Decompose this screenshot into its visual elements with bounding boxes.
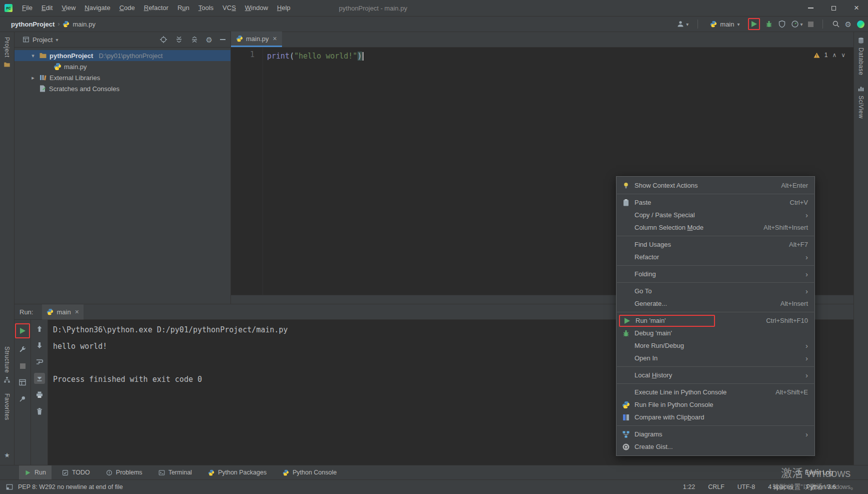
toolbar-tab-python-packages[interactable]: Python Packages [202,465,272,479]
toolbar-tab-problems[interactable]: Problems [100,465,148,479]
menu-tools[interactable]: Tools [194,0,218,16]
up-stack-trace-button[interactable] [34,323,45,334]
locate-file-button[interactable] [160,36,168,44]
menu-item-run-file-in-python-console[interactable]: Run File in Python Console [616,398,814,411]
close-tab-icon[interactable]: × [273,35,277,43]
print-console-button[interactable] [34,389,45,400]
toolbar-tab-run[interactable]: Run [19,465,52,479]
chevron-down-icon[interactable]: ▾ [56,37,58,43]
menu-code[interactable]: Code [115,0,140,16]
status-message[interactable]: PEP 8: W292 no newline at end of file [18,483,123,490]
toolwindow-switcher-icon[interactable] [6,483,13,490]
menu-item-column-selection-mode[interactable]: Column Selection Mode Alt+Shift+Insert [616,221,814,234]
expanded-arrow-icon[interactable]: ▾ [30,53,36,59]
line-separator-widget[interactable]: CRLF [708,483,724,490]
toolbar-tab-python-console[interactable]: Python Console [277,465,342,479]
scroll-to-end-button[interactable] [34,373,45,384]
inspections-widget[interactable]: 1 ∧ ∨ [814,52,846,59]
menu-item-refactor[interactable]: Refactor › [616,251,814,263]
stripe-sciview-button[interactable]: SciView [858,80,864,124]
menu-item-go-to[interactable]: Go To › [616,285,814,297]
menu-item-local-history[interactable]: Local History › [616,369,814,381]
collapsed-arrow-icon[interactable]: ▸ [30,75,36,81]
editor-tab-main-py[interactable]: main.py × [231,32,282,47]
menu-item-compare-with-clipboard[interactable]: Compare with Clipboard [616,411,814,423]
stop-process-button[interactable] [17,360,28,371]
stripe-favorites-button[interactable]: Favorites [4,388,10,425]
breadcrumb-file[interactable]: main.py [72,21,96,28]
breadcrumb-chevron-icon: › [58,21,60,28]
stripe-database-button[interactable]: Database [858,32,864,80]
menu-item-debug-main[interactable]: Debug 'main' [616,327,814,339]
clear-console-button[interactable] [34,406,45,417]
prev-problem-icon[interactable]: ∧ [832,52,836,59]
menu-item-copy-paste-special[interactable]: Copy / Paste Special › [616,209,814,221]
menu-item-generate[interactable]: Generate... Alt+Insert [616,297,814,310]
maximize-button[interactable] [822,0,845,16]
soft-wrap-button[interactable] [34,356,45,367]
toolbar-tab-todo[interactable]: TODO [56,465,96,479]
menu-view[interactable]: View [57,0,80,16]
search-everywhere-button[interactable] [832,20,840,28]
pin-tab-button[interactable] [17,393,28,404]
menu-refactor[interactable]: Refactor [140,0,173,16]
menu-window[interactable]: Window [240,0,272,16]
project-panel-title[interactable]: Project [32,36,52,44]
favorites-star-icon[interactable]: ★ [4,451,10,459]
menu-item-find-usages[interactable]: Find Usages Alt+F7 [616,238,814,251]
collapse-all-button[interactable] [190,36,198,44]
stop-button[interactable] [808,22,814,27]
minimize-button[interactable] [799,0,822,16]
menu-navigate[interactable]: Navigate [80,0,114,16]
menu-item-create-gist[interactable]: Create Gist... [616,440,814,453]
tree-item-python-project[interactable]: ▾ pythonProject D:\py01\pythonProject [14,50,230,61]
menu-item-run-main[interactable]: Run 'main' Ctrl+Shift+F10 [616,314,814,327]
user-dropdown-button[interactable]: ▾ [676,20,688,28]
panel-settings-button[interactable]: ⚙ [206,36,212,44]
menu-item-open-in[interactable]: Open In › [616,352,814,364]
next-problem-icon[interactable]: ∨ [841,52,846,59]
menu-item-execute-line-in-python-console[interactable]: Execute Line in Python Console Alt+Shift… [616,386,814,398]
right-tool-stripe: Database SciView [854,32,868,465]
expand-all-button[interactable] [175,36,183,44]
stripe-project-button[interactable]: Project [4,32,10,73]
menu-item-more-run-debug[interactable]: More Run/Debug › [616,339,814,352]
menu-item-diagrams[interactable]: Diagrams › [616,428,814,440]
restore-layout-button[interactable] [17,377,28,388]
tree-item-external-libraries[interactable]: ▸ External Libraries [14,72,230,83]
ide-promo-icon[interactable] [856,20,865,29]
menu-help[interactable]: Help [272,0,295,16]
toolbar-tab-terminal[interactable]: Terminal [153,465,198,479]
menu-item-paste[interactable]: Paste Ctrl+V [616,196,814,209]
scroll-to-end-icon [36,374,44,382]
coverage-button[interactable] [778,20,786,28]
close-button[interactable]: × [845,0,868,16]
hide-panel-button[interactable] [220,39,226,40]
indent-widget[interactable]: 4 spaces [768,483,793,490]
encoding-widget[interactable]: UTF-8 [738,483,755,490]
menu-vcs[interactable]: VCS [218,0,240,16]
tree-item-main-py[interactable]: main.py [14,61,230,72]
breadcrumb-project[interactable]: pythonProject [11,21,54,28]
edit-configuration-button[interactable] [17,344,28,355]
close-tab-icon[interactable]: × [75,308,79,316]
tree-item-scratches[interactable]: Scratches and Consoles [14,83,230,94]
menu-item-folding[interactable]: Folding › [616,268,814,280]
run-tab-main[interactable]: main × [42,304,83,320]
run-button[interactable] [750,20,758,28]
interpreter-widget[interactable]: Python 3.6 [806,483,836,490]
terminal-icon [158,469,165,476]
debug-button[interactable] [765,20,773,28]
profiler-button[interactable]: ▾ [791,20,803,28]
menu-item-show-context-actions[interactable]: Show Context Actions Alt+Enter [616,179,814,192]
stripe-structure-button[interactable]: Structure [4,341,10,388]
event-log-button[interactable]: Event Log [795,469,833,476]
down-stack-trace-button[interactable] [34,340,45,351]
menu-edit[interactable]: Edit [37,0,57,16]
menu-run[interactable]: Run [173,0,194,16]
menu-file[interactable]: File [18,0,37,16]
ide-settings-button[interactable]: ⚙ [845,21,852,28]
run-config-selector[interactable]: main ▾ [707,20,742,29]
rerun-button[interactable] [17,325,28,336]
caret-position-widget[interactable]: 1:22 [683,483,695,490]
